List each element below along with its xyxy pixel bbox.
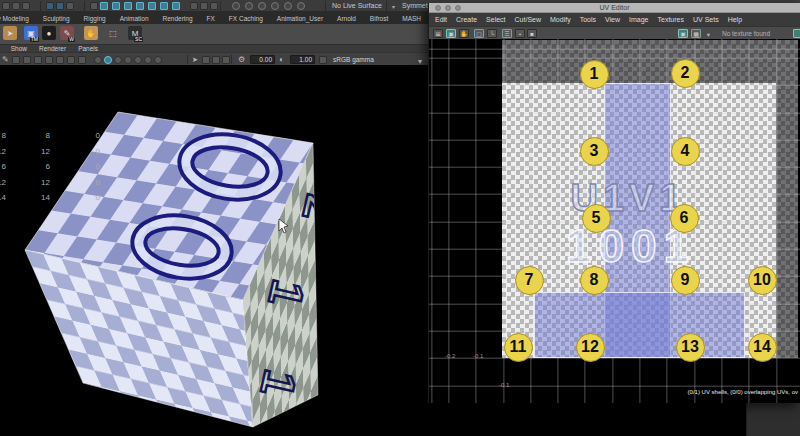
isolate-icon[interactable] [212, 56, 220, 64]
gear-icon[interactable]: ⚙ [238, 55, 245, 64]
render-mode-icon[interactable] [134, 56, 142, 64]
uv-point-marker-9[interactable]: 9 [671, 266, 700, 295]
uv-point-marker-8[interactable]: 8 [580, 266, 609, 295]
view-layout-icon[interactable] [45, 56, 53, 64]
uv-border-icon[interactable]: ▢ [474, 29, 484, 38]
uv-menu-uv-sets[interactable]: UV Sets [693, 16, 719, 23]
contrast-icon[interactable]: ◐ [279, 55, 284, 64]
chevron-down-icon[interactable]: ▾ [707, 31, 710, 39]
status-tool-icon[interactable] [172, 2, 180, 10]
uv-option-icon[interactable] [793, 29, 800, 38]
status-tool-icon[interactable] [90, 2, 98, 10]
status-tool-icon[interactable] [56, 2, 64, 10]
panel-menu-show[interactable]: Show [11, 45, 27, 52]
shelf-tab-rigging[interactable]: Rigging [84, 15, 106, 22]
chevron-down-icon[interactable]: ▾ [418, 57, 422, 65]
uv-point-marker-5[interactable]: 5 [582, 204, 611, 233]
panel-menu-renderer[interactable]: Renderer [39, 45, 66, 52]
status-tool-icon[interactable] [66, 2, 74, 10]
uv-menu-create[interactable]: Create [456, 16, 477, 23]
panel-menu-panels[interactable]: Panels [78, 45, 98, 52]
view-layout-icon[interactable] [23, 56, 31, 64]
render-mode-icon[interactable] [114, 56, 122, 64]
hand-shelf-icon[interactable]: ✋ [84, 26, 98, 40]
view-layout-icon[interactable] [34, 56, 42, 64]
shelf-tab-animation[interactable]: Animation [120, 15, 149, 22]
snap-icon[interactable] [297, 2, 305, 10]
isolate-icon[interactable] [202, 56, 210, 64]
uv-menu-image[interactable]: Image [629, 16, 648, 23]
uv-canvas[interactable]: U1V1 1001 (0/1) UV shells, (0/0) overlap… [429, 39, 800, 403]
snap-icon[interactable] [245, 2, 253, 10]
status-tool-icon[interactable] [210, 2, 218, 10]
view-layout-icon[interactable] [67, 56, 75, 64]
shelf-tab-poly-modeling[interactable]: Poly Modeling [0, 15, 29, 22]
pencil-icon[interactable]: ✎ [2, 55, 9, 64]
uv-list-icon[interactable]: ☰ [502, 29, 512, 38]
status-tool-icon[interactable] [2, 2, 10, 10]
maya-sc-shelf-icon[interactable]: MSC [128, 26, 142, 40]
uv-menu-textures[interactable]: Textures [658, 16, 684, 23]
view-layout-icon[interactable] [78, 56, 86, 64]
snap-icon[interactable] [284, 2, 292, 10]
uv-point-marker-2[interactable]: 2 [671, 59, 700, 88]
uv-point-marker-13[interactable]: 13 [676, 333, 705, 362]
uv-corner-icon[interactable]: └ [487, 29, 497, 38]
shelf-tab-rendering[interactable]: Rendering [163, 15, 193, 22]
checker-display-icon[interactable]: ▦ [691, 29, 701, 38]
status-tool-icon[interactable] [12, 2, 20, 10]
render-mode-icon[interactable] [144, 56, 152, 64]
color-management-icon[interactable] [319, 56, 327, 64]
uv-point-marker-1[interactable]: 1 [580, 60, 609, 89]
grab-tool-shelf-icon[interactable]: ➤ [3, 26, 17, 40]
uv-menu-edit[interactable]: Edit [435, 16, 447, 23]
uv-move-icon[interactable]: ⊞ [433, 29, 443, 38]
status-tool-icon[interactable] [112, 2, 120, 10]
uv-point-marker-4[interactable]: 4 [671, 137, 700, 166]
uv-point-marker-12[interactable]: 12 [576, 333, 605, 362]
isolate-icon[interactable] [222, 56, 230, 64]
gamma-field[interactable]: 1.00 [290, 55, 315, 64]
render-mode-icon[interactable] [124, 56, 132, 64]
uv-point-marker-7[interactable]: 7 [515, 266, 544, 295]
shaderball-shelf-icon[interactable]: ● [42, 26, 56, 40]
cursor-icon[interactable]: ➤ [192, 55, 198, 64]
status-tool-icon[interactable] [136, 2, 144, 10]
uv-point-marker-6[interactable]: 6 [670, 204, 699, 233]
view-transform-dropdown[interactable]: sRGB gamma [333, 56, 374, 63]
paint-shelf-icon[interactable]: ✎W [60, 26, 74, 40]
render-mode-icon[interactable] [154, 56, 162, 64]
view-layout-icon[interactable] [56, 56, 64, 64]
view-layout-icon[interactable] [12, 56, 20, 64]
status-tool-icon[interactable] [46, 2, 54, 10]
uv-grab-icon[interactable]: ✋ [459, 29, 469, 38]
shelf-tab-fx-caching[interactable]: FX Caching [229, 15, 263, 22]
status-tool-icon[interactable] [160, 2, 168, 10]
chevron-down-icon[interactable]: ▾ [392, 3, 395, 10]
uv-snapshot-icon[interactable]: ■ [527, 29, 537, 38]
shelf-tab-mash[interactable]: MASH [402, 15, 421, 22]
shelf-tab-bifrost[interactable]: Bifrost [370, 15, 388, 22]
uv-menu-tools[interactable]: Tools [580, 16, 596, 23]
render-mode-icon[interactable] [94, 56, 102, 64]
uv-point-marker-10[interactable]: 10 [748, 266, 777, 295]
snap-icon[interactable] [271, 2, 279, 10]
status-tool-icon[interactable] [148, 2, 156, 10]
shelf-tab-arnold[interactable]: Arnold [337, 15, 356, 22]
uv-point-marker-11[interactable]: 11 [504, 333, 533, 362]
status-tool-icon[interactable] [22, 2, 30, 10]
status-tool-icon[interactable] [200, 2, 208, 10]
status-tool-icon[interactable] [190, 2, 198, 10]
shelf-tab-sculpting[interactable]: Sculpting [43, 15, 70, 22]
uv-menu-cut-sew[interactable]: Cut/Sew [515, 16, 541, 23]
status-tool-icon[interactable] [100, 2, 108, 10]
shelf-tab-animation-user[interactable]: Animation_User [277, 15, 323, 22]
render-mode-icon[interactable] [104, 56, 112, 64]
uv-menu-view[interactable]: View [605, 16, 620, 23]
uv-point-marker-14[interactable]: 14 [748, 333, 777, 362]
wire-cube-shelf-icon[interactable]: ⬚ [106, 26, 120, 40]
snap-icon[interactable] [232, 2, 240, 10]
uv-point-marker-3[interactable]: 3 [580, 137, 609, 166]
no-live-surface-button[interactable]: No Live Surface [332, 2, 382, 9]
uv-menu-select[interactable]: Select [486, 16, 505, 23]
